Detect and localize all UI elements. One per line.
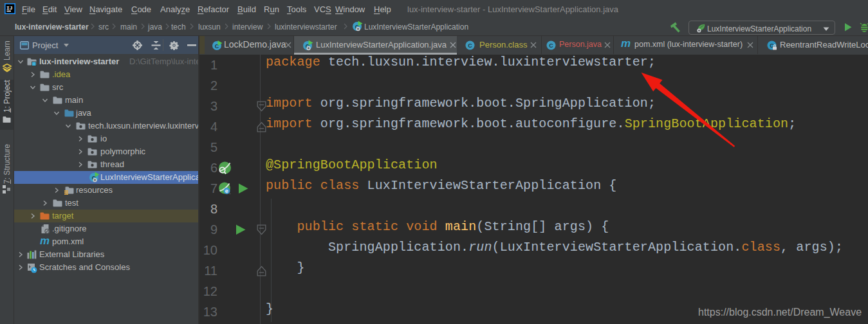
svg-text:e: e [225, 188, 228, 194]
svg-text:C: C [549, 42, 553, 49]
svg-text:IJ: IJ [6, 5, 13, 11]
svg-text:C: C [468, 42, 472, 49]
